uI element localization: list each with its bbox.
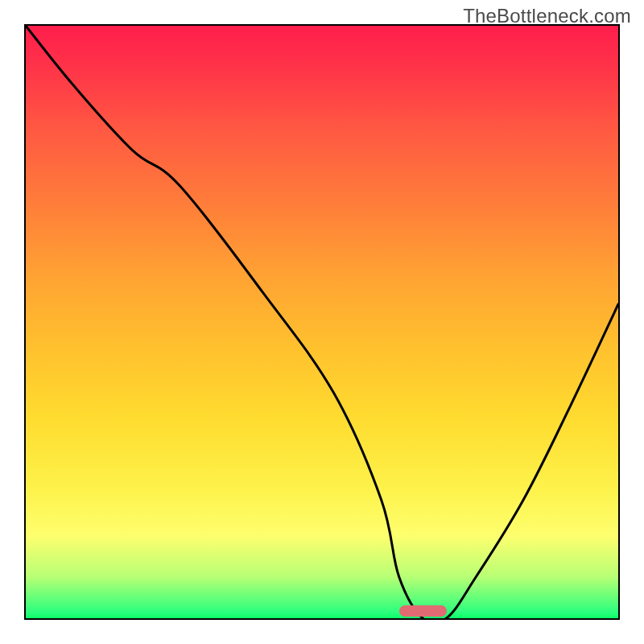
plot-frame — [24, 24, 620, 620]
watermark-text: TheBottleneck.com — [463, 5, 631, 27]
chart-container: TheBottleneck.com — [0, 0, 644, 644]
optimal-range-marker — [399, 605, 447, 617]
bottleneck-curve — [26, 26, 618, 618]
